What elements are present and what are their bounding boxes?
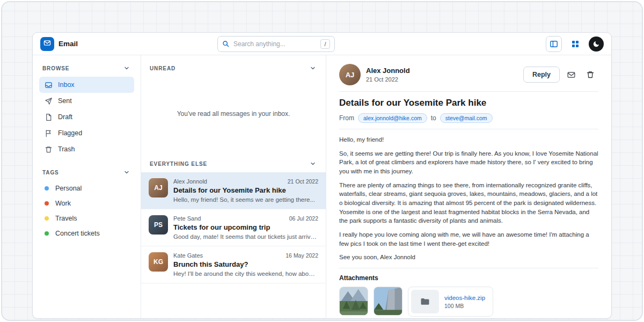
tag-item-concert-tickets[interactable]: Concert tickets bbox=[39, 226, 134, 241]
flag-icon bbox=[45, 129, 53, 137]
avatar: AJ bbox=[149, 178, 168, 197]
message-snippet: Hello, my friend! So, it seems we are ge… bbox=[173, 196, 318, 203]
trash-icon bbox=[45, 145, 53, 153]
divider bbox=[339, 268, 598, 268]
attachments-row: videos-hike.zip 100 MB bbox=[339, 287, 598, 317]
tag-color-dot bbox=[45, 201, 49, 206]
avatar: PS bbox=[149, 215, 168, 235]
brand: Email bbox=[40, 37, 217, 51]
search-input[interactable] bbox=[233, 40, 317, 48]
forward-mail-button[interactable] bbox=[563, 67, 579, 83]
sidebar-item-label: Draft bbox=[58, 113, 72, 121]
moon-icon bbox=[592, 40, 600, 48]
layout-toggle-button[interactable] bbox=[546, 36, 562, 52]
sidebar-item-flagged[interactable]: Flagged bbox=[39, 125, 134, 141]
sender-info: Alex Jonnold 21 Oct 2022 bbox=[366, 67, 410, 83]
sender-name: Alex Jonnold bbox=[366, 67, 410, 75]
sidebar-item-sent[interactable]: Sent bbox=[39, 93, 134, 109]
message-title: Brunch this Saturday? bbox=[173, 260, 318, 268]
tag-item-travels[interactable]: Travels bbox=[39, 211, 134, 226]
sidebar-spacer bbox=[39, 157, 134, 167]
tag-label: Concert tickets bbox=[55, 230, 100, 237]
to-email-chip[interactable]: steve@mail.com bbox=[440, 113, 493, 123]
unread-label: Unread bbox=[150, 65, 175, 71]
message-snippet: Hey! I'll be around the city this weeken… bbox=[173, 270, 318, 277]
email-logo bbox=[40, 37, 54, 51]
message-content: Pete Sand 06 Jul 2022 Tickets for our up… bbox=[173, 215, 318, 240]
browse-collapse-button[interactable] bbox=[122, 64, 131, 72]
tag-color-dot bbox=[45, 216, 49, 221]
sidebar-item-draft[interactable]: Draft bbox=[39, 109, 134, 125]
sidebar-item-label: Sent bbox=[58, 97, 72, 105]
email-date: 21 Oct 2022 bbox=[366, 76, 410, 83]
file-name-link[interactable]: videos-hike.zip bbox=[444, 295, 485, 301]
message-date: 06 Jul 2022 bbox=[289, 215, 318, 222]
email-paragraph: Hello, my friend! bbox=[339, 135, 598, 144]
message-list-item[interactable]: KG Kate Gates 16 May 2022 Brunch this Sa… bbox=[141, 246, 326, 283]
message-sender: Alex Jonnold bbox=[173, 178, 207, 185]
apps-grid-button[interactable] bbox=[567, 36, 583, 52]
sidebar-item-inbox[interactable]: Inbox bbox=[39, 77, 134, 93]
everything-else-section-header: Everything else bbox=[141, 151, 326, 172]
delete-mail-button[interactable] bbox=[582, 67, 598, 83]
message-sender: Pete Sand bbox=[173, 215, 201, 222]
browse-section-header: Browse bbox=[39, 63, 134, 77]
search-bar: / bbox=[217, 36, 335, 52]
everything-else-collapse-button[interactable] bbox=[309, 159, 317, 168]
header-actions bbox=[427, 36, 604, 52]
draft-icon bbox=[45, 113, 53, 121]
message-title: Details for our Yosemite Park hike bbox=[173, 186, 318, 194]
reply-button[interactable]: Reply bbox=[523, 67, 560, 83]
divider bbox=[339, 91, 598, 92]
unread-collapse-button[interactable] bbox=[309, 64, 317, 72]
app-body: Browse Inbox Sent bbox=[33, 55, 611, 318]
sidebar-item-label: Flagged bbox=[58, 129, 82, 137]
sidebar-item-label: Trash bbox=[58, 145, 75, 153]
sender-avatar: AJ bbox=[339, 64, 361, 85]
email-detail-header: AJ Alex Jonnold 21 Oct 2022 Reply bbox=[339, 64, 598, 85]
tag-label: Personal bbox=[55, 185, 82, 192]
unread-empty-state: You've read all messages in your inbox. bbox=[141, 77, 326, 151]
search-icon bbox=[222, 40, 230, 48]
app-title: Email bbox=[58, 40, 78, 48]
email-paragraph: So, it seems we are getting there! Our t… bbox=[339, 149, 598, 176]
send-icon bbox=[45, 97, 53, 105]
tags-collapse-button[interactable] bbox=[122, 168, 131, 177]
attachment-file-card[interactable]: videos-hike.zip 100 MB bbox=[408, 287, 493, 317]
email-body: Hello, my friend! So, it seems we are ge… bbox=[339, 135, 598, 262]
email-detail-pane: AJ Alex Jonnold 21 Oct 2022 Reply bbox=[326, 55, 611, 318]
from-email-chip[interactable]: alex.jonnold@hike.com bbox=[358, 113, 427, 123]
message-snippet: Good day, mate! It seems that our ticket… bbox=[173, 233, 318, 240]
message-list-item[interactable]: AJ Alex Jonnold 21 Oct 2022 Details for … bbox=[141, 172, 326, 209]
chevron-down-icon bbox=[123, 65, 130, 71]
dark-mode-toggle-button[interactable] bbox=[589, 36, 604, 52]
attachment-photo-valley[interactable] bbox=[339, 287, 368, 316]
sidebar-item-trash[interactable]: Trash bbox=[39, 141, 134, 157]
app-header: Email / bbox=[33, 33, 611, 55]
divider bbox=[339, 129, 598, 129]
message-list-item[interactable]: PS Pete Sand 06 Jul 2022 Tickets for our… bbox=[141, 209, 326, 246]
email-paragraph: I really hope you love coming along with… bbox=[339, 230, 598, 248]
attachment-photo-cliff[interactable] bbox=[374, 287, 402, 316]
browse-label: Browse bbox=[42, 65, 69, 71]
sidebar: Browse Inbox Sent bbox=[33, 55, 141, 318]
tag-item-work[interactable]: Work bbox=[39, 196, 134, 211]
email-paragraph: There are plenty of amazing things to se… bbox=[339, 181, 598, 225]
envelope-logo-icon bbox=[43, 39, 51, 49]
message-date: 16 May 2022 bbox=[286, 252, 318, 259]
from-label: From bbox=[339, 114, 354, 122]
tag-item-personal[interactable]: Personal bbox=[39, 181, 134, 196]
chevron-down-icon bbox=[123, 169, 130, 175]
message-content: Alex Jonnold 21 Oct 2022 Details for our… bbox=[173, 178, 318, 203]
file-info: videos-hike.zip 100 MB bbox=[444, 295, 485, 309]
tag-color-dot bbox=[45, 231, 49, 236]
search-shortcut-badge: / bbox=[320, 39, 330, 49]
sidebar-layout-icon bbox=[550, 40, 558, 48]
tags-label: Tags bbox=[42, 170, 59, 175]
email-actions: Reply bbox=[523, 67, 598, 83]
email-app-window: Email / bbox=[32, 32, 612, 319]
envelope-icon bbox=[567, 70, 576, 79]
attachments-label: Attachments bbox=[339, 274, 598, 282]
from-to-row: From alex.jonnold@hike.com to steve@mail… bbox=[339, 113, 598, 123]
grid-icon bbox=[571, 40, 580, 48]
